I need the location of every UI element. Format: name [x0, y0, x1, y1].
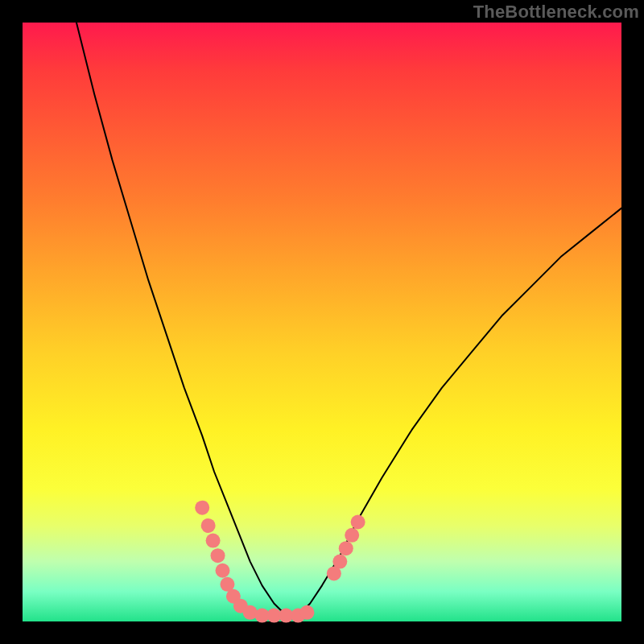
bottleneck-chart-svg: [23, 23, 621, 621]
marker-left-cluster: [201, 518, 216, 533]
marker-left-cluster: [216, 564, 230, 578]
marker-left-cluster: [195, 501, 209, 515]
marker-right-cluster: [339, 541, 353, 555]
marker-right-cluster: [351, 515, 365, 530]
marker-left-cluster: [211, 548, 225, 563]
series-bottleneck-curve: [76, 23, 621, 616]
gradient-plot-area: [23, 23, 621, 621]
marker-right-cluster: [332, 555, 347, 569]
marker-left-cluster: [299, 605, 314, 620]
curve-layer: [76, 23, 621, 616]
chart-frame: TheBottleneck.com: [0, 0, 644, 644]
marker-left-cluster: [206, 534, 221, 548]
marker-right-cluster: [345, 528, 359, 543]
watermark-text: TheBottleneck.com: [473, 2, 639, 23]
marker-layer: [195, 501, 365, 623]
